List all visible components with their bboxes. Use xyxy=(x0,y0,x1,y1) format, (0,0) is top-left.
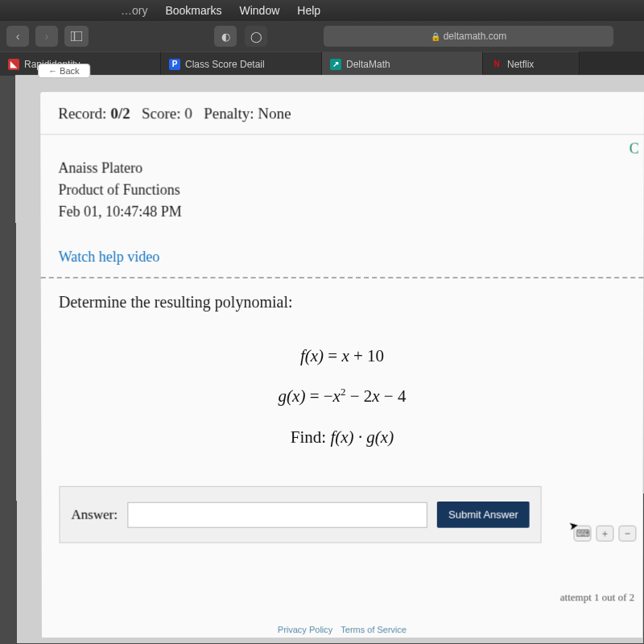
watch-help-video-link[interactable]: Watch help video xyxy=(59,249,160,266)
tab-netflix[interactable]: N Netflix xyxy=(483,52,580,76)
lock-icon: 🔒 xyxy=(431,32,440,41)
zoom-in-icon[interactable]: ＋ xyxy=(596,526,613,542)
extension-icon[interactable]: ◐ xyxy=(214,26,237,47)
forward-nav-button[interactable]: › xyxy=(35,26,58,47)
tab-deltamath[interactable]: ↗ DeltaMath xyxy=(322,52,483,76)
timestamp: Feb 01, 10:47:48 PM xyxy=(59,201,626,223)
assignment-title: Product of Functions xyxy=(58,180,625,201)
menu-item-help[interactable]: Help xyxy=(297,4,320,17)
favicon-icon: N xyxy=(491,59,502,70)
equation-g: g(x) = −x2 − 2x − 4 xyxy=(59,376,625,416)
answer-row: Answer: Submit Answer xyxy=(59,486,541,543)
menu-item-history-truncated[interactable]: …ory xyxy=(121,4,147,17)
favicon-icon: ↗ xyxy=(330,59,341,70)
problem-prompt: Determine the resulting polynomial: xyxy=(59,293,625,312)
back-nav-button[interactable]: ‹ xyxy=(6,26,29,47)
address-bar[interactable]: 🔒 deltamath.com xyxy=(324,26,613,47)
sidebar-toggle-icon[interactable] xyxy=(64,26,89,47)
mouse-cursor-icon: ➤ xyxy=(568,518,580,533)
page-content: ← Back Record: 0/2 Score: 0 Penalty: Non… xyxy=(15,75,644,643)
student-name: Anaiss Platero xyxy=(58,158,625,180)
footer-links: Privacy Policy Terms of Service xyxy=(278,625,407,634)
shield-icon[interactable]: ◯ xyxy=(245,26,267,47)
terms-link[interactable]: Terms of Service xyxy=(341,625,407,634)
student-info: Anaiss Platero Product of Functions Feb … xyxy=(58,158,625,223)
answer-label: Answer: xyxy=(71,506,118,522)
score-summary: Record: 0/2 Score: 0 Penalty: None xyxy=(58,105,626,122)
equation-find: Find: f(x) · g(x) xyxy=(59,417,625,457)
privacy-link[interactable]: Privacy Policy xyxy=(278,625,332,634)
answer-input[interactable] xyxy=(127,502,427,527)
menu-item-window[interactable]: Window xyxy=(239,4,279,17)
tab-strip: ◣ Rapididentity P Class Score Detail ↗ D… xyxy=(0,52,644,76)
tab-class-score[interactable]: P Class Score Detail xyxy=(161,52,322,76)
math-equations: f(x) = x + 10 g(x) = −x2 − 2x − 4 Find: … xyxy=(59,336,625,457)
submit-answer-button[interactable]: Submit Answer xyxy=(437,502,530,528)
main-panel: Record: 0/2 Score: 0 Penalty: None C Ana… xyxy=(39,91,644,638)
favicon-icon: P xyxy=(169,59,180,70)
browser-toolbar: ‹ › ◐ ◯ 🔒 deltamath.com xyxy=(0,21,644,52)
corner-letter: C xyxy=(630,140,639,157)
equation-f: f(x) = x + 10 xyxy=(59,336,625,376)
back-link[interactable]: ← Back xyxy=(38,64,90,78)
attempt-counter: attempt 1 out of 2 xyxy=(560,591,634,604)
favicon-icon: ◣ xyxy=(8,59,19,70)
url-host: deltamath.com xyxy=(444,31,507,42)
menu-item-bookmarks[interactable]: Bookmarks xyxy=(165,4,221,17)
svg-rect-0 xyxy=(71,31,82,41)
zoom-out-icon[interactable]: − xyxy=(618,526,636,542)
macos-menubar: …ory Bookmarks Window Help xyxy=(0,0,644,21)
